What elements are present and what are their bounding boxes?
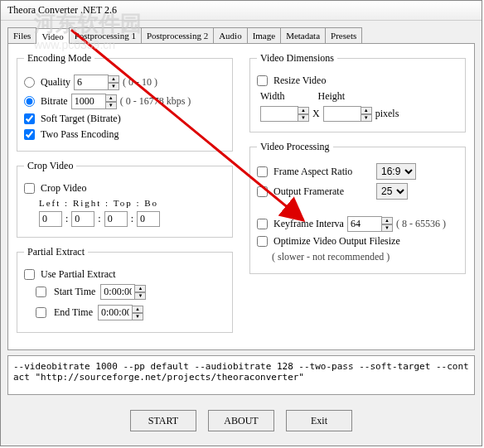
window-title: Theora Converter .NET 2.6 <box>7 4 117 16</box>
bitrate-input[interactable] <box>71 94 106 109</box>
check-partial-extract[interactable] <box>24 269 35 280</box>
bitrate-up[interactable]: ▲ <box>105 94 117 102</box>
exit-button[interactable]: Exit <box>286 410 352 431</box>
width-up[interactable]: ▲ <box>298 107 309 114</box>
app-window: Theora Converter .NET 2.6 河东软件园 www.pc03… <box>0 0 482 446</box>
group-partial-extract: Partial Extract Use Partial Extract Star… <box>17 246 233 333</box>
tab-presets[interactable]: Presets <box>325 27 362 43</box>
group-crop-video: Crop Video Crop Video Left : Right : Top… <box>17 160 233 238</box>
tab-image[interactable]: Image <box>247 27 281 43</box>
quality-down[interactable]: ▼ <box>108 83 119 90</box>
height-input[interactable] <box>323 106 361 122</box>
check-aspect-ratio[interactable] <box>257 166 268 177</box>
group-encoding-mode: Encoding Mode Quality ▲▼ ( 0 - 10 ) Bitr… <box>17 52 233 152</box>
check-start-time[interactable] <box>36 287 46 297</box>
tab-postprocessing2[interactable]: Postprocessing 2 <box>141 27 214 43</box>
tab-metadata[interactable]: Metadata <box>280 27 326 43</box>
check-end-time[interactable] <box>36 307 46 318</box>
command-log: --videobitrate 1000 --pp default --audio… <box>7 355 475 395</box>
end-down[interactable]: ▼ <box>132 313 143 320</box>
check-two-pass[interactable] <box>24 129 35 140</box>
check-keyframe[interactable] <box>257 219 268 229</box>
end-time-input[interactable] <box>98 305 133 320</box>
check-soft-target[interactable] <box>24 113 35 124</box>
bitrate-down[interactable]: ▼ <box>105 102 117 109</box>
start-down[interactable]: ▼ <box>134 292 146 300</box>
tab-video[interactable]: Video <box>36 28 69 44</box>
tab-audio[interactable]: Audio <box>213 27 248 43</box>
framerate-select[interactable]: 25 <box>376 183 408 200</box>
quality-input[interactable] <box>74 75 109 90</box>
tab-panel-video: Encoding Mode Quality ▲▼ ( 0 - 10 ) Bitr… <box>7 44 475 350</box>
start-button[interactable]: START <box>130 410 196 431</box>
end-up[interactable]: ▲ <box>132 306 143 313</box>
tab-postprocessing1[interactable]: Postprocessing 1 <box>69 27 142 43</box>
group-video-processing: Video Processing Frame Aspect Ratio 16:9… <box>249 141 466 274</box>
keyframe-up[interactable]: ▲ <box>381 217 393 224</box>
quality-up[interactable]: ▲ <box>108 75 119 83</box>
crop-left[interactable] <box>39 211 62 227</box>
tab-files[interactable]: Files <box>7 27 36 43</box>
group-video-dimensions: Video Dimensions Resize Video Width Heig… <box>249 52 466 132</box>
keyframe-down[interactable]: ▼ <box>381 224 393 232</box>
check-resize-video[interactable] <box>257 75 268 86</box>
width-down[interactable]: ▼ <box>298 114 309 122</box>
titlebar: Theora Converter .NET 2.6 <box>1 1 482 21</box>
aspect-select[interactable]: 16:9 <box>376 163 416 180</box>
check-crop-video[interactable] <box>24 183 35 194</box>
width-input[interactable] <box>260 106 298 122</box>
height-up[interactable]: ▲ <box>361 107 372 114</box>
tabs: Files Video Postprocessing 1 Postprocess… <box>7 27 475 44</box>
start-up[interactable]: ▲ <box>134 285 146 292</box>
crop-right[interactable] <box>71 211 94 227</box>
about-button[interactable]: ABOUT <box>208 410 274 431</box>
height-down[interactable]: ▼ <box>361 114 372 122</box>
crop-bottom[interactable] <box>137 211 160 227</box>
start-time-input[interactable] <box>100 284 135 300</box>
check-framerate[interactable] <box>257 186 268 197</box>
radio-bitrate[interactable] <box>24 96 35 107</box>
keyframe-input[interactable] <box>347 216 382 232</box>
crop-top[interactable] <box>104 211 128 227</box>
radio-quality[interactable] <box>24 77 35 88</box>
check-optimize[interactable] <box>257 236 268 247</box>
